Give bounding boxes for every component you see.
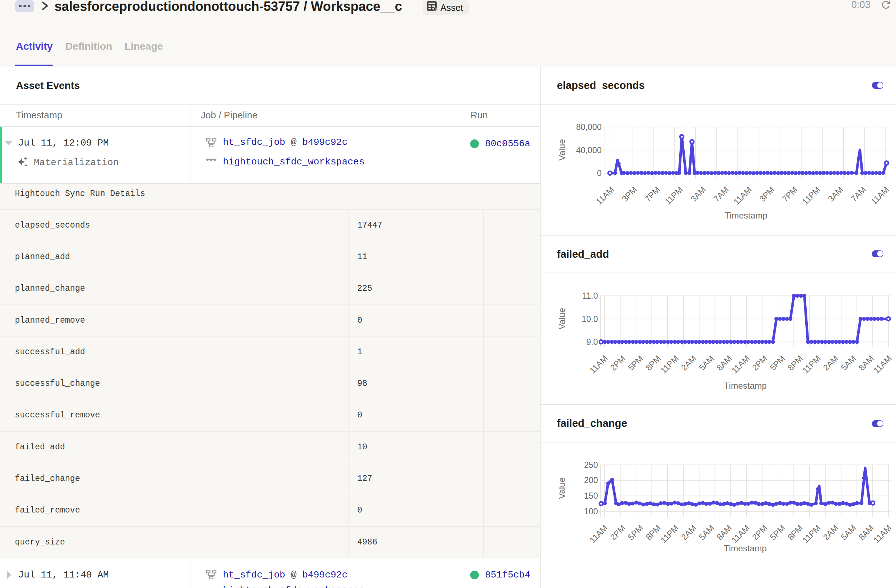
- svg-text:200: 200: [584, 475, 598, 485]
- svg-text:Value: Value: [557, 477, 567, 499]
- svg-text:11PM: 11PM: [658, 523, 680, 545]
- svg-text:2AM: 2AM: [821, 353, 840, 372]
- svg-text:2AM: 2AM: [679, 523, 698, 542]
- svg-text:100: 100: [584, 507, 598, 516]
- svg-text:11AM: 11AM: [588, 353, 610, 375]
- svg-text:3PM: 3PM: [757, 185, 776, 204]
- svg-text:5AM: 5AM: [697, 353, 716, 372]
- svg-text:11AM: 11AM: [730, 353, 751, 375]
- svg-text:11PM: 11PM: [663, 185, 685, 207]
- svg-text:7PM: 7PM: [780, 185, 799, 204]
- svg-text:11AM: 11AM: [588, 523, 610, 545]
- svg-text:Value: Value: [557, 308, 567, 329]
- svg-text:0: 0: [597, 168, 602, 178]
- svg-text:7AM: 7AM: [712, 185, 730, 204]
- svg-text:3PM: 3PM: [620, 185, 639, 204]
- svg-text:11PM: 11PM: [658, 353, 680, 375]
- svg-text:11AM: 11AM: [872, 353, 893, 375]
- svg-text:11PM: 11PM: [800, 353, 822, 375]
- svg-text:Timestamp: Timestamp: [724, 381, 767, 390]
- svg-text:11AM: 11AM: [594, 185, 616, 207]
- svg-text:Value: Value: [557, 139, 567, 161]
- svg-text:11AM: 11AM: [731, 185, 753, 207]
- svg-text:2AM: 2AM: [679, 353, 698, 372]
- svg-text:5PM: 5PM: [768, 353, 787, 372]
- svg-text:11.0: 11.0: [582, 291, 598, 300]
- svg-text:3AM: 3AM: [689, 185, 708, 204]
- svg-text:2PM: 2PM: [608, 523, 627, 542]
- svg-text:5PM: 5PM: [768, 523, 787, 542]
- svg-text:250: 250: [584, 460, 598, 470]
- svg-text:3AM: 3AM: [826, 185, 845, 204]
- svg-text:9.0: 9.0: [586, 337, 598, 347]
- svg-text:11PM: 11PM: [800, 185, 822, 207]
- svg-text:5AM: 5AM: [839, 353, 858, 372]
- svg-text:2PM: 2PM: [750, 353, 769, 372]
- svg-text:5AM: 5AM: [697, 523, 716, 542]
- svg-text:2PM: 2PM: [608, 353, 627, 372]
- svg-text:11AM: 11AM: [872, 523, 893, 545]
- svg-text:Timestamp: Timestamp: [725, 210, 768, 220]
- svg-text:11AM: 11AM: [869, 185, 891, 207]
- svg-text:150: 150: [584, 491, 598, 501]
- svg-text:80,000: 80,000: [576, 122, 602, 132]
- svg-text:2AM: 2AM: [821, 523, 840, 542]
- svg-text:Timestamp: Timestamp: [724, 543, 767, 553]
- svg-text:5PM: 5PM: [626, 523, 645, 542]
- svg-text:11PM: 11PM: [800, 523, 822, 545]
- svg-text:7AM: 7AM: [849, 185, 868, 204]
- svg-text:40,000: 40,000: [576, 146, 602, 155]
- svg-text:2PM: 2PM: [750, 523, 769, 542]
- svg-text:7PM: 7PM: [643, 185, 662, 204]
- svg-text:5PM: 5PM: [626, 353, 645, 372]
- svg-text:11AM: 11AM: [730, 523, 751, 545]
- svg-text:5AM: 5AM: [839, 523, 858, 542]
- svg-text:10.0: 10.0: [582, 314, 598, 324]
